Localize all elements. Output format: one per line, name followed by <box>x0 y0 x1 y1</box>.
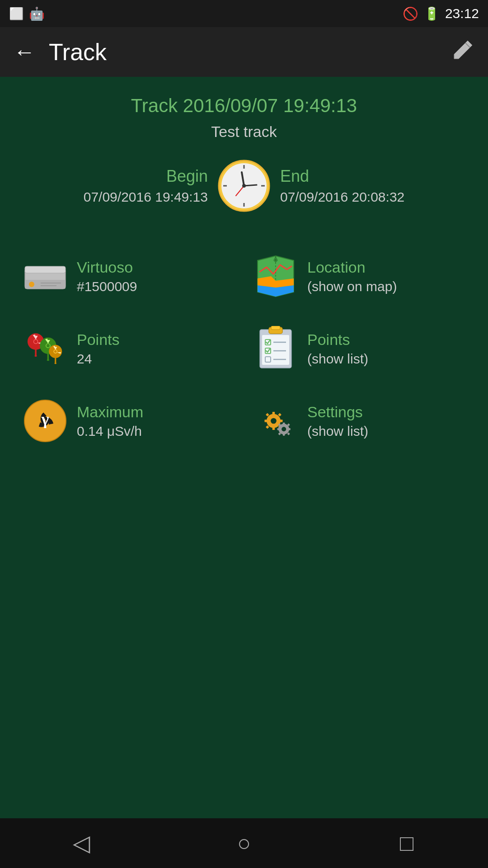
radiation-pins-icon <box>23 326 68 371</box>
maximum-text: Maximum 0.14 μSv/h <box>77 403 143 439</box>
points-count-item[interactable]: Points 24 <box>14 312 244 385</box>
points-list-label: Points <box>307 331 368 349</box>
edit-button[interactable] <box>452 38 474 66</box>
end-value: 07/09/2016 20:08:32 <box>280 189 404 204</box>
device-item[interactable]: Virtuoso #1500009 <box>14 240 244 312</box>
svg-rect-48 <box>279 420 282 422</box>
nav-back-button[interactable]: ◁ <box>63 825 99 861</box>
top-bar-left: ← Track <box>14 38 107 66</box>
svg-point-19 <box>34 340 37 343</box>
time-section: Begin 07/09/2016 19:49:13 <box>14 159 474 213</box>
status-bar-right: 🚫 🔋 23:12 <box>403 6 479 21</box>
nav-bar: ◁ ○ □ <box>0 818 488 868</box>
svg-rect-58 <box>288 428 290 430</box>
end-label: End <box>280 167 474 186</box>
device-label: Virtuoso <box>77 259 137 276</box>
points-count-label: Points <box>77 331 120 349</box>
clock-icon <box>217 159 271 213</box>
battery-icon: 🔋 <box>424 6 440 21</box>
location-label: Location <box>307 259 397 276</box>
points-list-value: (show list) <box>307 351 368 367</box>
points-list-text: Points (show list) <box>307 331 368 367</box>
svg-point-9 <box>242 184 246 188</box>
page-title: Track <box>49 38 107 66</box>
svg-point-23 <box>47 344 49 347</box>
settings-value: (show list) <box>307 424 368 439</box>
begin-label: Begin <box>14 167 208 186</box>
maximum-value: 0.14 μSv/h <box>77 424 143 439</box>
back-button[interactable]: ← <box>14 41 35 63</box>
main-content: Track 2016/09/07 19:49:13 Test track Beg… <box>0 77 488 475</box>
svg-point-27 <box>54 350 56 353</box>
location-value: (show on map) <box>307 279 397 294</box>
svg-point-20 <box>34 355 37 357</box>
radiation-circle-icon: γ <box>23 398 68 443</box>
settings-label: Settings <box>307 403 368 421</box>
track-subtitle: Test track <box>14 123 474 141</box>
svg-line-7 <box>244 185 257 186</box>
svg-rect-46 <box>272 427 275 430</box>
map-icon <box>253 254 298 299</box>
end-time-block: End 07/09/2016 20:08:32 <box>280 167 474 205</box>
svg-point-13 <box>29 282 34 287</box>
svg-rect-55 <box>283 423 285 425</box>
begin-value: 07/09/2016 19:49:13 <box>84 189 208 204</box>
svg-point-24 <box>47 359 49 361</box>
points-list-item[interactable]: Points (show list) <box>244 312 474 385</box>
svg-text:γ: γ <box>41 410 49 428</box>
svg-rect-47 <box>264 420 267 422</box>
status-bar: ⬜ 🤖 🚫 🔋 23:12 <box>0 0 488 27</box>
svg-point-28 <box>54 363 56 364</box>
maximum-item[interactable]: γ Maximum 0.14 μSv/h <box>14 385 244 457</box>
top-bar: ← Track <box>0 27 488 77</box>
svg-point-44 <box>271 418 277 424</box>
device-text: Virtuoso #1500009 <box>77 259 137 294</box>
svg-rect-45 <box>272 412 275 415</box>
location-item[interactable]: Location (show on map) <box>244 240 474 312</box>
gallery-icon: ⬜ <box>9 7 23 21</box>
svg-rect-57 <box>277 428 280 430</box>
svg-point-54 <box>282 427 286 431</box>
svg-rect-31 <box>271 326 280 330</box>
device-value: #1500009 <box>77 279 137 294</box>
svg-rect-51 <box>266 425 269 429</box>
info-grid: Virtuoso #1500009 <box>14 240 474 457</box>
track-title: Track 2016/09/07 19:49:13 <box>14 95 474 117</box>
svg-rect-50 <box>278 413 282 417</box>
settings-icon <box>253 398 298 443</box>
nav-home-button[interactable]: ○ <box>226 825 262 861</box>
device-icon <box>23 254 68 299</box>
settings-text: Settings (show list) <box>307 403 368 439</box>
track-header: Track 2016/09/07 19:49:13 Test track <box>14 95 474 141</box>
points-count-text: Points 24 <box>77 331 120 367</box>
settings-item[interactable]: Settings (show list) <box>244 385 474 457</box>
svg-rect-49 <box>266 413 269 417</box>
no-sim-icon: 🚫 <box>403 6 418 21</box>
nav-recent-button[interactable]: □ <box>389 825 425 861</box>
android-icon: 🤖 <box>29 6 45 21</box>
location-text: Location (show on map) <box>307 259 397 294</box>
list-icon <box>253 326 298 371</box>
maximum-label: Maximum <box>77 403 143 421</box>
status-bar-left: ⬜ 🤖 <box>9 6 45 21</box>
begin-time-block: Begin 07/09/2016 19:49:13 <box>14 167 208 205</box>
status-time: 23:12 <box>445 6 479 21</box>
svg-rect-56 <box>283 433 285 435</box>
svg-rect-11 <box>25 266 66 273</box>
points-count-value: 24 <box>77 351 120 367</box>
